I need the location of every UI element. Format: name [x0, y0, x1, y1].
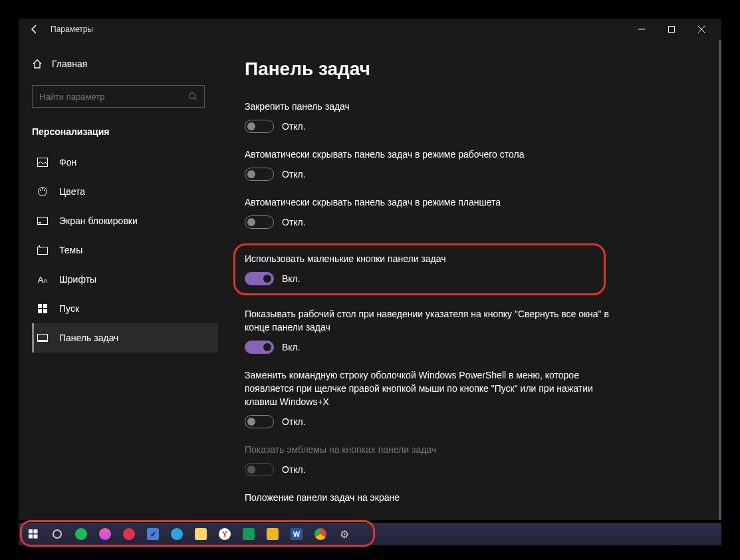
svg-rect-20: [29, 529, 33, 533]
nav-item-fonts[interactable]: AA Шрифты: [32, 265, 218, 294]
fonts-icon: AA: [37, 275, 49, 285]
close-button[interactable]: [686, 19, 716, 40]
setting-label: Положение панели задач на экране: [245, 491, 617, 504]
setting-label: Использовать маленькие кнопки панели зад…: [245, 252, 594, 265]
setting-small-buttons: Использовать маленькие кнопки панели зад…: [245, 252, 594, 285]
taskbar-app-chrome[interactable]: [310, 525, 331, 543]
setting-position: Положение панели задач на экране: [245, 491, 617, 504]
nav-item-taskbar[interactable]: Панель задач: [32, 323, 218, 352]
start-icon: [37, 304, 49, 313]
lockscreen-icon: [37, 217, 49, 225]
setting-peek-desktop: Показывать рабочий стол при наведении ук…: [245, 307, 617, 354]
nav-item-start[interactable]: Пуск: [32, 294, 218, 323]
toggle-badges: [245, 463, 274, 476]
taskbar-app-5[interactable]: [118, 525, 140, 543]
svg-rect-14: [38, 304, 42, 308]
nav-label: Темы: [59, 245, 82, 255]
svg-rect-15: [43, 304, 47, 308]
taskbar-wrap: ✓ Y W ⚙: [19, 523, 721, 545]
nav-item-lockscreen[interactable]: Экран блокировки: [32, 206, 218, 235]
toggle-peek-desktop[interactable]: [245, 341, 274, 354]
toggle-powershell[interactable]: [245, 415, 274, 428]
search-box[interactable]: [32, 85, 205, 108]
taskbar-app-yandex[interactable]: Y: [214, 525, 235, 543]
maximize-button[interactable]: [656, 19, 686, 40]
gear-icon: ⚙: [340, 528, 349, 541]
setting-autohide-tablet: Автоматически скрывать панель задач в ре…: [245, 196, 617, 229]
taskbar-app-explorer[interactable]: [190, 525, 211, 543]
window-title: Параметры: [51, 25, 93, 34]
svg-rect-21: [34, 529, 38, 533]
toggle-autohide-tablet[interactable]: [245, 215, 274, 229]
toggle-state: Откл.: [282, 121, 306, 132]
nav-label: Цвета: [59, 186, 85, 197]
toggle-small-buttons[interactable]: [245, 272, 274, 285]
taskbar-app-telegram[interactable]: [166, 525, 187, 543]
nav-label: Экран блокировки: [59, 215, 138, 226]
minimize-button[interactable]: [626, 19, 656, 40]
svg-point-4: [189, 93, 195, 99]
toggle-lock-taskbar[interactable]: [245, 120, 274, 133]
setting-label: Показать эмблемы на кнопках панели задач: [245, 443, 617, 456]
taskbar: ✓ Y W ⚙: [19, 523, 721, 545]
nav-label: Пуск: [59, 303, 79, 314]
setting-label: Закрепить панель задач: [245, 100, 617, 113]
toggle-state: Вкл.: [282, 342, 301, 352]
taskbar-app-itunes[interactable]: [94, 525, 116, 543]
titlebar: Параметры: [19, 19, 721, 40]
nav-label: Фон: [59, 157, 76, 168]
section-title: Персонализация: [32, 121, 218, 148]
page-title: Панель задач: [245, 59, 695, 80]
setting-powershell: Заменить командную строку оболочкой Wind…: [245, 368, 617, 428]
nav-label: Шрифты: [59, 274, 96, 285]
home-link[interactable]: Главная: [32, 53, 218, 74]
start-button[interactable]: [23, 525, 44, 543]
taskbar-app-sheets[interactable]: [238, 525, 259, 543]
svg-rect-13: [38, 247, 48, 255]
home-label: Главная: [52, 59, 87, 69]
nav-item-colors[interactable]: Цвета: [32, 177, 218, 206]
highlight-annotation: Использовать маленькие кнопки панели зад…: [233, 243, 606, 295]
home-icon: [32, 59, 43, 69]
svg-rect-12: [39, 222, 41, 223]
toggle-state: Вкл.: [282, 273, 301, 284]
nav-item-background[interactable]: Фон: [32, 148, 218, 177]
themes-icon: [37, 245, 49, 255]
setting-badges: Показать эмблемы на кнопках панели задач…: [245, 443, 617, 476]
taskbar-app-spotify[interactable]: [70, 525, 92, 543]
setting-lock-taskbar: Закрепить панель задач Откл.: [245, 100, 617, 133]
setting-label: Автоматически скрывать панель задач в ре…: [245, 196, 617, 209]
svg-rect-1: [668, 27, 674, 33]
svg-rect-23: [34, 535, 38, 539]
svg-line-5: [195, 98, 197, 101]
back-button[interactable]: [24, 19, 45, 40]
taskbar-app-word[interactable]: W: [286, 525, 307, 543]
setting-label: Показывать рабочий стол при наведении ук…: [245, 307, 617, 334]
svg-point-9: [42, 188, 43, 190]
taskbar-app-todo[interactable]: ✓: [142, 525, 164, 543]
search-input[interactable]: [39, 92, 188, 102]
toggle-state: Откл.: [282, 217, 306, 227]
setting-autohide-desktop: Автоматически скрывать панель задач в ре…: [245, 148, 617, 181]
svg-rect-19: [37, 340, 48, 342]
svg-point-8: [40, 190, 41, 191]
svg-rect-22: [29, 535, 33, 539]
svg-rect-17: [43, 309, 47, 313]
svg-point-10: [44, 190, 45, 191]
main-content: Панель задач Закрепить панель задач Откл…: [218, 40, 721, 520]
scrollbar[interactable]: [719, 40, 721, 520]
toggle-state: Откл.: [282, 169, 306, 180]
toggle-state: Откл.: [282, 416, 306, 427]
nav-item-themes[interactable]: Темы: [32, 235, 218, 265]
taskbar-app-notes[interactable]: [262, 525, 283, 543]
settings-window: Параметры Главная Персонализация Фон: [19, 19, 721, 520]
picture-icon: [37, 158, 49, 167]
toggle-autohide-desktop[interactable]: [245, 168, 274, 181]
window-controls: [626, 19, 716, 40]
search-icon: [188, 92, 197, 101]
setting-label: Заменить командную строку оболочкой Wind…: [245, 368, 617, 408]
palette-icon: [37, 186, 49, 197]
taskbar-app-1[interactable]: [47, 525, 68, 543]
toggle-state: Откл.: [282, 464, 306, 475]
taskbar-app-settings[interactable]: ⚙: [334, 525, 355, 543]
